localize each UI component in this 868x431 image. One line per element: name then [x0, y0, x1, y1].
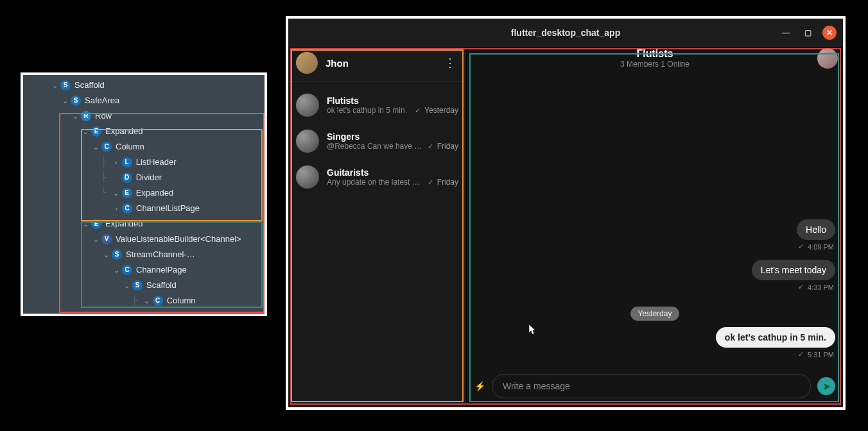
window-title: flutter_desktop_chat_app	[511, 28, 620, 38]
window-controls: — ▢ ✕	[779, 19, 837, 47]
tree-node[interactable]: VValueListenableBuilder<Channel>	[23, 232, 265, 247]
app-window: flutter_desktop_chat_app — ▢ ✕ Jhon ⋮ Fl	[286, 16, 846, 410]
check-icon: ✓	[428, 142, 433, 151]
tree-node[interactable]: ├ LListHeader	[23, 155, 265, 170]
compose-bar: ⚡ Write a message ➤	[467, 368, 843, 407]
tree-node[interactable]: CChannelPage	[23, 262, 265, 278]
chat-pane: Flutists 3 Members 1 Online Hello ✓4:09 …	[467, 47, 843, 407]
tree-node[interactable]: CChannelListPage	[23, 201, 265, 216]
tree-node[interactable]: SScaffold	[23, 78, 265, 93]
chevron-icon[interactable]	[60, 93, 69, 108]
tree-guide: ├	[132, 293, 143, 308]
chevron-icon[interactable]	[112, 201, 121, 216]
sidebar-header: Jhon ⋮	[288, 47, 466, 79]
chevron-icon[interactable]	[50, 78, 59, 93]
window-close-button[interactable]: ✕	[822, 26, 837, 40]
channel-item[interactable]: Flutists ok let's cathup in 5 min. ✓ Yes…	[288, 87, 466, 123]
chevron-icon[interactable]	[112, 185, 121, 201]
widget-badge: E	[91, 126, 101, 137]
avatar	[296, 94, 319, 117]
widget-label: Expanded	[105, 216, 143, 232]
send-button[interactable]: ➤	[817, 377, 835, 395]
widget-label: StreamChannel-…	[126, 247, 195, 262]
tree-node[interactable]: ├ DDivider	[23, 170, 265, 185]
message[interactable]: Let's meet today ✓4:33 PM	[474, 260, 835, 298]
widget-label: Expanded	[105, 124, 143, 139]
chevron-icon[interactable]	[122, 278, 131, 293]
tree-node[interactable]: EExpanded	[23, 124, 265, 139]
message[interactable]: ok let's cathup in 5 min. ✓5:31 PM	[474, 327, 835, 365]
tree-node[interactable]: ├ CColumn	[23, 293, 265, 308]
widget-label: ChannelPage	[136, 262, 187, 278]
channel-name: Singers	[327, 131, 360, 142]
avatar	[296, 165, 319, 189]
message-list[interactable]: Hello ✓4:09 PM Let's meet today ✓4:33 PM…	[467, 72, 843, 368]
check-icon: ✓	[798, 350, 804, 359]
chevron-icon[interactable]	[143, 293, 152, 308]
widget-label: Scaffold	[146, 278, 177, 293]
chevron-icon[interactable]	[81, 124, 90, 139]
tree-node[interactable]: RRow	[23, 108, 265, 124]
channel-preview: @Rebecca Can we have a…	[327, 142, 424, 151]
widget-label: ChannelListPage	[136, 201, 200, 216]
channel-time: Friday	[437, 178, 458, 187]
avatar[interactable]	[296, 52, 318, 74]
widget-badge: S	[132, 280, 143, 291]
tree-guide: └	[101, 185, 112, 201]
channel-item[interactable]: Guitarists Any update on the latest … ✓ …	[288, 159, 466, 195]
widget-label: Column	[116, 139, 144, 155]
tree-node[interactable]: SSafeArea	[23, 93, 265, 108]
message-timestamp: ✓4:33 PM	[798, 283, 834, 291]
chevron-icon[interactable]	[101, 247, 110, 262]
widget-label: Scaffold	[74, 78, 105, 93]
avatar	[296, 130, 319, 153]
widget-label: ValueListenableBuilder<Channel>	[116, 232, 241, 247]
widget-label: Expanded	[136, 185, 174, 201]
room-title: Flutists	[467, 48, 843, 60]
chevron-icon[interactable]	[112, 155, 121, 170]
day-separator: Yesterday	[630, 307, 680, 321]
channel-item[interactable]: Singers @Rebecca Can we have a… ✓ Friday	[288, 123, 466, 159]
tree-node[interactable]: CColumn	[23, 139, 265, 155]
tree-guide: ├	[101, 155, 112, 170]
chevron-icon[interactable]	[81, 216, 90, 232]
widget-badge: D	[122, 173, 132, 183]
widget-badge: R	[81, 111, 91, 121]
channel-time: Yesterday	[424, 106, 458, 115]
room-subtitle: 3 Members 1 Online	[467, 60, 843, 69]
widget-badge: C	[122, 265, 132, 275]
chevron-icon[interactable]	[71, 108, 80, 124]
widget-badge: E	[122, 188, 132, 198]
tree-node[interactable]: SScaffold	[23, 278, 265, 293]
widget-label: Divider	[136, 170, 162, 185]
current-user-name: Jhon	[326, 58, 434, 69]
kebab-menu-icon[interactable]: ⋮	[442, 56, 458, 70]
widget-label: Column	[167, 293, 196, 308]
widget-tree[interactable]: SScaffoldSSafeAreaRRowEExpandedCColumn├ …	[23, 75, 265, 308]
message-bubble: Hello	[797, 219, 835, 240]
message[interactable]: Hello ✓4:09 PM	[474, 219, 835, 257]
widget-badge: L	[122, 157, 132, 167]
bolt-icon[interactable]: ⚡	[474, 381, 485, 391]
tree-guide: ├	[101, 170, 112, 185]
chevron-icon[interactable]	[91, 232, 100, 247]
check-icon: ✓	[415, 106, 421, 115]
window-minimize-button[interactable]: —	[779, 26, 793, 40]
message-input[interactable]: Write a message	[492, 374, 811, 398]
channel-preview: ok let's cathup in 5 min.	[327, 106, 411, 115]
chevron-icon[interactable]	[112, 262, 121, 278]
check-icon: ✓	[428, 178, 433, 187]
divider	[288, 81, 466, 82]
chevron-icon[interactable]	[91, 139, 100, 155]
titlebar[interactable]: flutter_desktop_chat_app — ▢ ✕	[288, 19, 843, 47]
window-maximize-button[interactable]: ▢	[801, 26, 815, 40]
tree-node[interactable]: └ EExpanded	[23, 185, 265, 201]
widget-badge: C	[153, 296, 163, 306]
tree-node[interactable]: EExpanded	[23, 216, 265, 232]
avatar[interactable]	[817, 48, 838, 69]
channel-name: Guitarists	[327, 167, 369, 178]
message-timestamp: ✓5:31 PM	[798, 350, 834, 359]
tree-node[interactable]: SStreamChannel-…	[23, 247, 265, 262]
channel-name: Flutists	[327, 96, 359, 106]
message-timestamp: ✓4:09 PM	[798, 242, 834, 251]
